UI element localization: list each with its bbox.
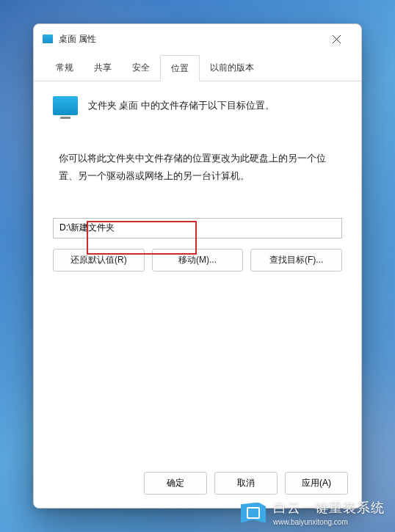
desktop-folder-icon xyxy=(43,34,53,43)
watermark-url: www.baiyunxitong.com xyxy=(273,518,385,526)
find-target-button[interactable]: 查找目标(F)... xyxy=(250,249,342,272)
tab-sharing[interactable]: 共享 xyxy=(84,55,122,81)
close-button[interactable] xyxy=(322,28,351,50)
cancel-button[interactable]: 取消 xyxy=(214,472,278,495)
ok-button[interactable]: 确定 xyxy=(144,472,207,495)
tab-previous-versions[interactable]: 以前的版本 xyxy=(200,55,264,81)
target-path-input[interactable] xyxy=(53,218,342,238)
restore-default-button[interactable]: 还原默认值(R) xyxy=(53,249,145,272)
titlebar: 桌面 属性 xyxy=(34,24,361,54)
location-description: 你可以将此文件夹中文件存储的位置更改为此硬盘上的另一个位置、另一个驱动器或网络上… xyxy=(59,150,336,186)
tab-content-location: 文件夹 桌面 中的文件存储于以下目标位置。 你可以将此文件夹中文件存储的位置更改… xyxy=(34,81,361,460)
tab-strip: 常规 共享 安全 位置 以前的版本 xyxy=(34,55,361,81)
window-title: 桌面 属性 xyxy=(59,33,96,45)
apply-button[interactable]: 应用(A) xyxy=(285,472,348,495)
tab-security[interactable]: 安全 xyxy=(122,55,160,81)
location-info-text: 文件夹 桌面 中的文件存储于以下目标位置。 xyxy=(88,99,275,113)
tab-general[interactable]: 常规 xyxy=(46,55,84,81)
properties-dialog: 桌面 属性 常规 共享 安全 位置 以前的版本 文件夹 桌面 中的文件存储于以下… xyxy=(33,23,362,509)
desktop-monitor-icon xyxy=(53,96,78,115)
watermark-logo-icon xyxy=(241,503,266,523)
move-button[interactable]: 移动(M)... xyxy=(152,249,244,272)
watermark-title: 白云一键重装系统 xyxy=(273,499,385,517)
tab-location[interactable]: 位置 xyxy=(160,55,200,81)
close-icon xyxy=(333,35,341,43)
watermark: 白云一键重装系统 www.baiyunxitong.com xyxy=(241,499,385,526)
